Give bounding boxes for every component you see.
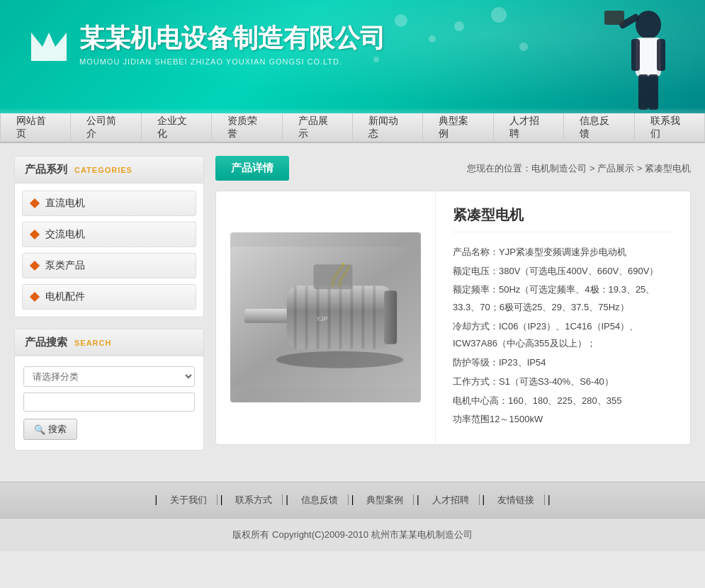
sidebar-item-pump[interactable]: 泵类产品 [22,253,196,278]
right-content: 产品详情 您现在的位置：电机制造公司 > 产品展示 > 紧凑型电机 [215,156,691,462]
svg-rect-14 [305,286,308,350]
footer-link-contact[interactable]: 联系方式 [225,494,283,505]
sidebar-item-accessories[interactable]: 电机配件 [22,284,196,310]
nav-bar: 网站首页 公司简介 企业文化 资质荣誉 产品展示 新闻动态 典型案例 人才招聘 … [0,113,705,143]
categories-title-zh: 产品系列 [25,163,67,176]
spec-row: 防护等级：IP23、IP54 [453,354,673,372]
search-icon: 🔍 [34,424,45,435]
diamond-icon [30,261,40,271]
product-name: 紧凑型电机 [453,205,673,232]
footer-links: | 关于我们 | 联系方式 | 信息反馈 | 典型案例 | 人才招聘 | 友情链… [0,482,705,519]
svg-rect-9 [640,39,657,74]
footer-link-cases[interactable]: 典型案例 [356,494,414,505]
svg-rect-5 [638,74,648,110]
svg-text:YJP: YJP [316,315,327,322]
sidebar-item-label: 交流电机 [45,228,85,241]
svg-marker-0 [31,33,67,61]
search-title-zh: 产品搜索 [25,336,67,349]
footer-sep: | [154,494,160,505]
search-header: 产品搜索 SEARCH [15,329,203,356]
svg-rect-8 [604,11,624,25]
svg-rect-19 [361,286,364,350]
product-specs: 产品名称：YJP紧凑型变频调速异步电动机 额定电压：380V（可选电压400V、… [453,244,673,429]
search-button[interactable]: 🔍 搜索 [23,419,77,440]
diamond-icon [30,292,40,302]
sidebar-item-label: 电机配件 [45,290,85,303]
nav-culture[interactable]: 企业文化 [142,113,212,142]
diamond-icon [30,198,40,208]
svg-point-23 [276,351,403,368]
sidebar-item-label: 泵类产品 [45,259,85,272]
sidebar: 产品系列 CATEGORIES 直流电机 交流电机 泵类产品 [14,156,204,462]
svg-rect-6 [648,74,658,110]
svg-rect-4 [657,39,665,71]
product-detail-button[interactable]: 产品详情 [215,156,289,181]
svg-rect-3 [631,39,640,71]
header-person-figure [577,4,691,113]
footer-sep: | [483,494,488,505]
nav-contact[interactable]: 联系我们 [635,113,705,142]
spec-row: 额定电压：380V（可选电压400V、660V、690V） [453,263,673,281]
search-body: 请选择分类 🔍 搜索 [15,356,203,450]
breadcrumb: 您现在的位置：电机制造公司 > 产品展示 > 紧凑型电机 [467,162,691,175]
nav-news[interactable]: 新闻动态 [353,113,423,142]
categories-list: 直流电机 交流电机 泵类产品 电机配件 [15,183,203,317]
svg-rect-20 [373,286,376,350]
svg-rect-18 [350,286,353,350]
nav-about[interactable]: 公司简介 [71,113,141,142]
footer-sep: | [417,494,422,505]
nav-recruit[interactable]: 人才招聘 [494,113,564,142]
nav-honor[interactable]: 资质荣誉 [212,113,282,142]
main-content: 产品系列 CATEGORIES 直流电机 交流电机 泵类产品 [0,143,705,475]
spec-row: 工作方式：S1（可选S3-40%、S6-40） [453,373,673,391]
motor-svg: YJP [230,247,421,388]
sidebar-item-ac-motor[interactable]: 交流电机 [22,222,196,247]
nav-home[interactable]: 网站首页 [0,113,71,142]
diamond-icon [30,230,40,239]
nav-feedback[interactable]: 信息反馈 [564,113,634,142]
nav-cases[interactable]: 典型案例 [423,113,493,142]
logo-en: MOUMOU JIDIAN SHEBEI ZHIZAO YOUXIAN GONG… [79,57,385,66]
spec-row: 产品名称：YJP紧凑型变频调速异步电动机 [453,244,673,261]
svg-rect-11 [244,309,294,323]
product-info-area: 紧凑型电机 产品名称：YJP紧凑型变频调速异步电动机 额定电压：380V（可选电… [436,191,690,444]
product-image-area: YJP [216,191,436,444]
copyright-text: 版权所有 Copyright(C)2009-2010 杭州市某某电机制造公司 [232,529,472,540]
categories-title-en: CATEGORIES [74,166,132,174]
sidebar-item-label: 直流电机 [45,197,85,210]
footer-sep: | [548,494,551,505]
svg-rect-17 [339,286,342,350]
svg-rect-13 [294,286,297,350]
footer-link-about[interactable]: 关于我们 [160,494,218,505]
categories-section: 产品系列 CATEGORIES 直流电机 交流电机 泵类产品 [14,156,204,317]
search-btn-label: 搜索 [48,423,67,436]
categories-header: 产品系列 CATEGORIES [15,157,203,183]
footer-copyright: 版权所有 Copyright(C)2009-2010 杭州市某某电机制造公司 [0,519,705,551]
spec-row: 冷却方式：IC06（IP23）、1C416（IP54）、ICW37A86（中心高… [453,318,673,353]
logo-icon [28,26,69,62]
footer-sep: | [286,494,291,505]
svg-rect-16 [327,286,330,350]
spec-row: 功率范围12～1500kW [453,411,673,429]
search-input[interactable] [23,392,195,412]
header-logo: 某某机电设备制造有限公司 MOUMOU JIDIAN SHEBEI ZHIZAO… [28,21,385,66]
logo-zh: 某某机电设备制造有限公司 [79,21,385,56]
search-title-en: SEARCH [74,339,111,347]
product-detail-header: 产品详情 您现在的位置：电机制造公司 > 产品展示 > 紧凑型电机 [215,156,691,181]
search-section: 产品搜索 SEARCH 请选择分类 🔍 搜索 [14,329,204,451]
svg-point-1 [636,11,661,39]
footer-link-feedback[interactable]: 信息反馈 [291,494,349,505]
spec-row: 额定频率：50Hz（可选定频率、4极：19.3、25、33.3、70；6极可选2… [453,281,673,316]
category-select[interactable]: 请选择分类 [23,366,195,387]
svg-rect-22 [314,265,353,290]
product-image: YJP [230,232,421,402]
product-panel: YJP 紧凑型电机 产品名称：YJP紧凑型变频调速异步电动机 额定电压：380V… [215,191,691,445]
nav-products[interactable]: 产品展示 [283,113,353,142]
header: 某某机电设备制造有限公司 MOUMOU JIDIAN SHEBEI ZHIZAO… [0,0,705,113]
footer-link-friends[interactable]: 友情链接 [487,494,545,505]
svg-rect-21 [384,291,397,345]
spec-row: 电机中心高：160、180、225、280、355 [453,392,673,410]
footer-link-recruit[interactable]: 人才招聘 [422,494,480,505]
sidebar-item-dc-motor[interactable]: 直流电机 [22,191,196,216]
